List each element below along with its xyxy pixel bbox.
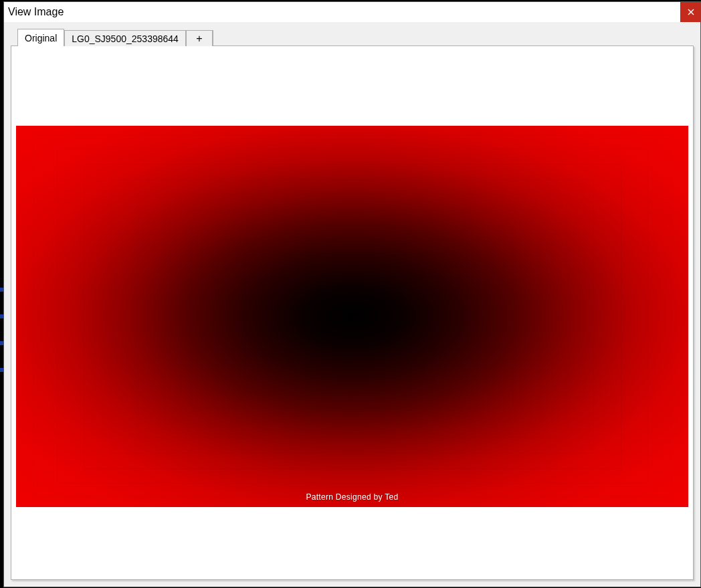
tab-label: LG0_SJ9500_253398644 <box>72 33 179 44</box>
image-watermark: Pattern Designed by Ted <box>16 492 688 502</box>
plus-icon: + <box>196 33 202 44</box>
view-image-window: View Image Original LG0_SJ9500_253398644… <box>3 1 701 587</box>
tab-label: Original <box>25 33 57 43</box>
add-tab-button[interactable]: + <box>186 30 213 46</box>
tab-lg0-sj9500[interactable]: LG0_SJ9500_253398644 <box>64 30 186 46</box>
close-button[interactable] <box>680 2 700 22</box>
tab-panel: Pattern Designed by Ted <box>11 45 694 580</box>
tabstrip: Original LG0_SJ9500_253398644 + <box>17 29 694 46</box>
tab-original[interactable]: Original <box>17 29 64 46</box>
client-area: Original LG0_SJ9500_253398644 + <box>4 22 700 587</box>
close-icon <box>688 9 694 15</box>
image-viewport[interactable]: Pattern Designed by Ted <box>11 46 693 579</box>
titlebar: View Image <box>4 2 700 22</box>
window-title: View Image <box>8 6 64 18</box>
displayed-image: Pattern Designed by Ted <box>16 126 688 507</box>
tabstrip-end-divider <box>213 30 213 46</box>
